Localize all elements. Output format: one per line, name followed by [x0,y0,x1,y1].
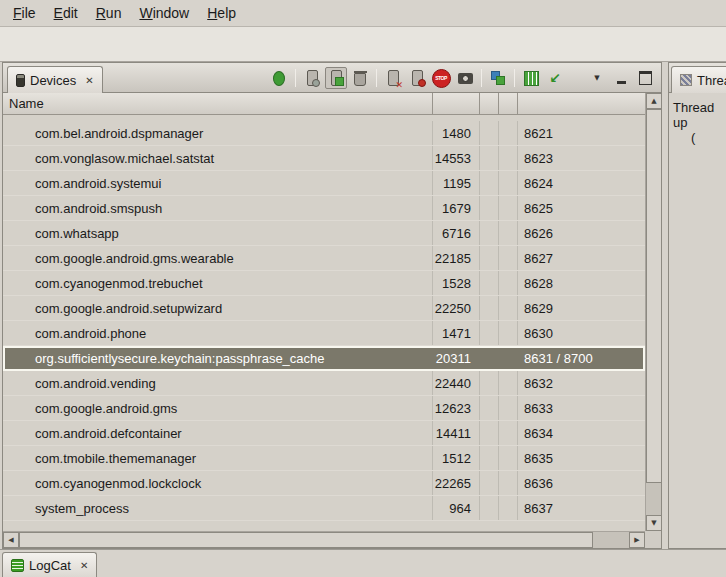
tab-logcat[interactable]: LogCat ✕ [2,552,97,577]
column-header-col3[interactable] [480,93,499,114]
process-col4 [499,396,518,420]
close-icon[interactable]: ✕ [80,560,88,571]
column-header-name[interactable]: Name [3,93,433,114]
horizontal-scrollbar-thumb[interactable] [19,532,593,548]
process-name: com.android.vending [3,371,433,395]
device-table-rows: com.bel.android.dspmanager14808621com.vo… [3,115,645,531]
device-icon [16,74,25,87]
device-row[interactable]: com.bel.android.dspmanager14808621 [3,121,645,146]
device-row[interactable]: com.android.smspush16798625 [3,196,645,221]
process-pid: 14553 [433,146,480,170]
process-pid: 1512 [433,446,480,470]
process-col3 [480,471,499,495]
column-header-port[interactable] [518,93,645,114]
ddms-window: FileEditRunWindowHelp Devices ✕ Name com… [0,0,726,577]
process-name: com.google.android.setupwizard [3,296,433,320]
device-row[interactable]: com.cyanogenmod.trebuchet15288628 [3,271,645,296]
device-row[interactable]: com.whatsapp67168626 [3,221,645,246]
column-header-pid[interactable] [433,93,480,114]
process-col3 [480,121,499,145]
device-row[interactable]: com.vonglasow.michael.satstat145538623 [3,146,645,171]
threads-content: Thread up ( [669,94,726,548]
system-info-icon[interactable] [520,67,542,89]
process-name: com.google.android.gms [3,396,433,420]
devices-panel: Devices ✕ Name com.bel.android.dspmanage… [2,62,662,549]
toolbar-separator [376,69,377,87]
column-header-col4[interactable] [499,93,518,114]
debug-icon[interactable] [268,67,290,89]
table-column-header: Name [3,93,645,115]
view-hierarchy-icon[interactable] [487,67,509,89]
threads-icon [680,74,692,86]
dump-hprof-icon[interactable] [325,67,347,89]
process-col3 [480,271,499,295]
device-row[interactable]: com.google.android.gms126238633 [3,396,645,421]
scroll-left-icon[interactable]: ◀ [3,532,19,548]
stop-process-icon[interactable] [430,67,452,89]
device-row[interactable]: system_process9648637 [3,496,645,521]
screen-capture-icon[interactable] [454,67,476,89]
process-port: 8625 [518,196,645,220]
process-pid: 1480 [433,121,480,145]
toolbar-separator [295,69,296,87]
device-row[interactable]: org.sufficientlysecure.keychain:passphra… [3,346,645,371]
device-row[interactable]: com.android.defcontainer144118634 [3,421,645,446]
process-name: com.cyanogenmod.lockclock [3,471,433,495]
view-menu-icon[interactable] [586,67,608,89]
tab-devices[interactable]: Devices ✕ [7,66,103,93]
device-row[interactable]: com.google.android.setupwizard222508629 [3,296,645,321]
scroll-right-icon[interactable]: ▶ [629,532,645,548]
vertical-scrollbar-thumb[interactable] [646,109,662,483]
vertical-scrollbar[interactable]: ▲ ▼ [645,93,661,531]
tab-threads[interactable]: Threads [671,66,726,93]
device-row[interactable]: com.android.phone14718630 [3,321,645,346]
horizontal-scrollbar[interactable]: ◀ ▶ [3,531,645,548]
process-col4 [499,371,518,395]
process-name: com.tmobile.thememanager [3,446,433,470]
toolbar-separator [514,69,515,87]
process-name: com.vonglasow.michael.satstat [3,146,433,170]
maximize-icon[interactable] [634,67,656,89]
device-row[interactable]: com.google.android.gms.wearable221858627 [3,246,645,271]
cause-gc-icon[interactable] [349,67,371,89]
threads-message-line2: ( [673,130,722,145]
process-col4 [499,196,518,220]
process-col4 [499,321,518,345]
device-row[interactable]: com.android.vending224408632 [3,371,645,396]
scroll-up-icon[interactable]: ▲ [646,93,662,109]
toolbar-separator [481,69,482,87]
device-row[interactable]: com.cyanogenmod.lockclock222658636 [3,471,645,496]
process-port: 8628 [518,271,645,295]
process-pid: 22440 [433,371,480,395]
bottom-tab-bar: LogCat ✕ [0,549,726,577]
minimize-icon[interactable] [610,67,632,89]
process-col3 [480,246,499,270]
process-name: com.android.smspush [3,196,433,220]
process-name: com.whatsapp [3,221,433,245]
process-pid: 22250 [433,296,480,320]
process-col4 [499,221,518,245]
threads-message-line1: Thread up [673,100,722,130]
tab-logcat-label: LogCat [29,558,71,573]
device-row[interactable]: com.android.systemui11958624 [3,171,645,196]
update-heap-icon[interactable] [301,67,323,89]
tab-devices-label: Devices [30,73,76,88]
menu-edit[interactable]: Edit [45,1,87,25]
process-col3 [480,346,499,371]
process-name: com.android.phone [3,321,433,345]
update-threads-icon[interactable] [382,67,404,89]
process-port: 8621 [518,121,645,145]
menu-window[interactable]: Window [130,1,198,25]
process-col3 [480,196,499,220]
close-icon[interactable]: ✕ [85,75,93,86]
menu-run[interactable]: Run [87,1,131,25]
device-row[interactable]: com.tmobile.thememanager15128635 [3,446,645,471]
menu-help[interactable]: Help [198,1,245,25]
process-name: com.cyanogenmod.trebuchet [3,271,433,295]
trace-icon[interactable] [544,67,566,89]
scroll-down-icon[interactable]: ▼ [646,515,662,531]
process-pid: 1195 [433,171,480,195]
method-profiling-icon[interactable] [406,67,428,89]
menu-file[interactable]: File [4,1,45,25]
process-col3 [480,146,499,170]
